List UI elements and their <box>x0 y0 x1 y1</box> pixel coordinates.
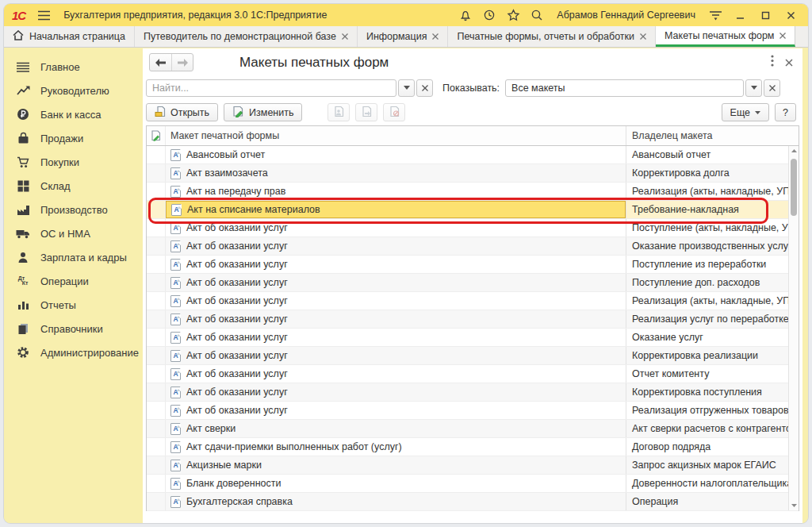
vertical-scrollbar[interactable] <box>788 146 799 510</box>
layout-owner-cell[interactable]: Поступление (акты, накладные, УПД) <box>626 219 799 237</box>
sidebar-item-operations[interactable]: ДтКтОперации <box>4 269 143 293</box>
layout-name-cell[interactable]: ААкт об оказании услуг <box>166 329 626 346</box>
table-row[interactable]: ААкцизные маркиЗапрос акцизных марок ЕГА… <box>147 456 799 475</box>
layout-owner-cell[interactable]: Оказание производственных услуг <box>626 237 799 255</box>
layout-owner-cell[interactable]: Поступление доп. расходов <box>626 274 799 291</box>
layout-name-cell[interactable]: ААкт об оказании услуг <box>166 219 626 237</box>
table-row[interactable]: АБухгалтерская справкаОперация <box>147 493 799 511</box>
table-row[interactable]: ААкт об оказании услугКорректировка пост… <box>147 383 799 402</box>
layout-owner-cell[interactable]: Авансовый отчет <box>626 146 799 163</box>
scroll-up-arrow[interactable] <box>789 146 799 156</box>
sidebar-item-manager[interactable]: Руководителю <box>4 79 143 102</box>
open-button[interactable]: Открыть <box>146 103 218 121</box>
layout-name-cell[interactable]: ААкт об оказании услуг <box>166 274 626 291</box>
layout-owner-cell[interactable]: Договор подряда <box>626 438 799 456</box>
more-button[interactable]: Еще <box>722 103 769 121</box>
layout-name-cell[interactable]: ААкцизные марки <box>166 456 626 474</box>
layout-name-cell[interactable]: ААкт об оказании услуг <box>166 292 626 310</box>
show-filter-combobox[interactable]: Все макеты <box>505 79 744 97</box>
show-filter-dropdown-button[interactable] <box>745 79 762 97</box>
close-window-button[interactable] <box>781 7 800 23</box>
table-row[interactable]: ААкт об оказании услугРеализация (акты, … <box>147 292 799 310</box>
restore-layout-button[interactable] <box>383 103 405 121</box>
sidebar-item-production[interactable]: Производство <box>4 198 143 221</box>
copy-layout-button[interactable] <box>327 103 350 121</box>
table-row[interactable]: ААкт об оказании услугОтчет комитенту <box>147 365 799 383</box>
sidebar-item-reports[interactable]: Отчеты <box>4 293 143 317</box>
hamburger-menu-icon[interactable] <box>35 7 52 23</box>
table-row[interactable]: ААкт об оказании услугРеализация услуг п… <box>147 310 799 329</box>
maximize-button[interactable] <box>756 7 775 23</box>
layout-name-cell[interactable]: ААкт сверки <box>166 420 626 437</box>
table-row[interactable]: ААкт на передачу правРеализация (акты, н… <box>147 183 799 201</box>
layout-name-cell[interactable]: ААкт на передачу прав <box>166 183 626 200</box>
back-arrow-button[interactable] <box>150 54 171 71</box>
sidebar-item-fixed-assets[interactable]: ОС и НМА <box>4 221 143 245</box>
table-row[interactable]: ААкт об оказании услугОказание услуг <box>147 329 799 347</box>
layout-owner-cell[interactable]: Реализация (акты, накладные, УПД) <box>626 292 799 310</box>
help-button[interactable]: ? <box>775 103 796 121</box>
layout-owner-cell[interactable]: Корректировка поступления <box>626 383 799 401</box>
export-layout-button[interactable] <box>355 103 377 121</box>
layout-name-cell[interactable]: ААкт об оказании услуг <box>166 237 626 255</box>
layout-name-cell[interactable]: ААкт на списание материалов <box>166 201 626 218</box>
table-row[interactable]: ААкт сверкиАкт сверки расчетов с контраг… <box>147 420 799 438</box>
tab-home[interactable]: Начальная страница <box>4 26 135 47</box>
layout-name-cell[interactable]: ААкт сдачи-приемки выполненных работ (ус… <box>166 438 626 456</box>
table-row[interactable]: ААвансовый отчетАвансовый отчет <box>147 146 799 164</box>
layout-owner-cell[interactable]: Оказание услуг <box>626 329 799 346</box>
table-row[interactable]: ААкт об оказании услугПоступление (акты,… <box>147 219 799 237</box>
sidebar-item-sales[interactable]: Продажи <box>4 126 143 150</box>
search-clear-button[interactable] <box>416 79 433 97</box>
layout-owner-cell[interactable]: Запрос акцизных марок ЕГАИС <box>626 456 799 474</box>
column-header-layout-name[interactable]: Макет печатной формы <box>166 126 626 145</box>
layout-name-cell[interactable]: АБланк доверенности <box>166 475 626 492</box>
search-dropdown-button[interactable] <box>398 79 415 97</box>
column-header-layout-owner[interactable]: Владелец макета <box>626 126 799 145</box>
layout-owner-cell[interactable]: Требование-накладная <box>626 201 799 218</box>
layout-name-cell[interactable]: ААкт об оказании услуг <box>166 310 626 328</box>
kebab-menu-icon[interactable] <box>771 55 774 70</box>
table-row[interactable]: АБланк доверенностиДоверенности налогопл… <box>147 475 799 493</box>
tab-close-icon[interactable] <box>432 33 439 40</box>
current-user-name[interactable]: Абрамов Геннадий Сергеевич <box>557 10 695 21</box>
tab-layouts[interactable]: Макеты печатных форм <box>656 26 795 47</box>
close-panel-icon[interactable] <box>785 56 793 70</box>
table-header[interactable]: Макет печатной формы Владелец макета <box>147 126 799 146</box>
table-row[interactable]: ААкт на списание материаловТребование-на… <box>147 201 799 219</box>
layout-owner-cell[interactable]: Отчет комитенту <box>626 365 799 383</box>
layout-owner-cell[interactable]: Корректировка реализации <box>626 347 799 364</box>
favorites-star-icon[interactable] <box>504 7 522 23</box>
sidebar-item-administration[interactable]: Администрирование <box>4 340 143 364</box>
layout-owner-cell[interactable]: Реализация отгруженных товаров <box>626 402 799 419</box>
table-row[interactable]: ААкт об оказании услугОказание производс… <box>147 237 799 256</box>
tab-close-icon[interactable] <box>779 33 786 39</box>
layout-owner-cell[interactable]: Корректировка долга <box>626 164 799 182</box>
layout-name-cell[interactable]: ААкт об оказании услуг <box>166 402 626 419</box>
scroll-down-arrow[interactable] <box>789 501 799 510</box>
table-row[interactable]: ААкт об оказании услугПоступление доп. р… <box>147 274 799 292</box>
forward-arrow-button[interactable] <box>171 54 193 71</box>
layout-owner-cell[interactable]: Акт сверки расчетов с контрагентом <box>626 420 799 437</box>
table-row[interactable]: ААкт об оказании услугКорректировка реал… <box>147 347 799 365</box>
sidebar-item-directories[interactable]: Справочники <box>4 317 143 340</box>
edit-button[interactable]: Изменить <box>224 103 302 121</box>
sidebar-item-purchases[interactable]: Покупки <box>4 150 143 174</box>
notifications-bell-icon[interactable] <box>457 7 474 23</box>
layout-name-cell[interactable]: ААвансовый отчет <box>166 146 626 163</box>
layout-name-cell[interactable]: ААкт об оказании услуг <box>166 365 626 383</box>
tab-guide[interactable]: Путеводитель по демонстрационной базе <box>135 26 358 47</box>
table-row[interactable]: ААкт об оказании услугРеализация отгруже… <box>147 402 799 420</box>
layout-owner-cell[interactable]: Операция <box>626 493 799 510</box>
layout-name-cell[interactable]: АБухгалтерская справка <box>166 493 626 510</box>
tab-print-forms[interactable]: Печатные формы, отчеты и обработки <box>448 26 656 47</box>
layout-name-cell[interactable]: ААкт взаимозачета <box>166 164 626 182</box>
minimize-button[interactable] <box>730 7 749 23</box>
tab-close-icon[interactable] <box>640 33 646 40</box>
scrollbar-thumb[interactable] <box>791 159 797 216</box>
layout-name-cell[interactable]: ААкт об оказании услуг <box>166 383 626 401</box>
sidebar-item-salary-hr[interactable]: Зарплата и кадры <box>4 245 143 269</box>
sidebar-item-bank-cash[interactable]: Банк и касса <box>4 102 143 126</box>
search-icon[interactable] <box>528 7 546 23</box>
tab-close-icon[interactable] <box>342 33 348 40</box>
